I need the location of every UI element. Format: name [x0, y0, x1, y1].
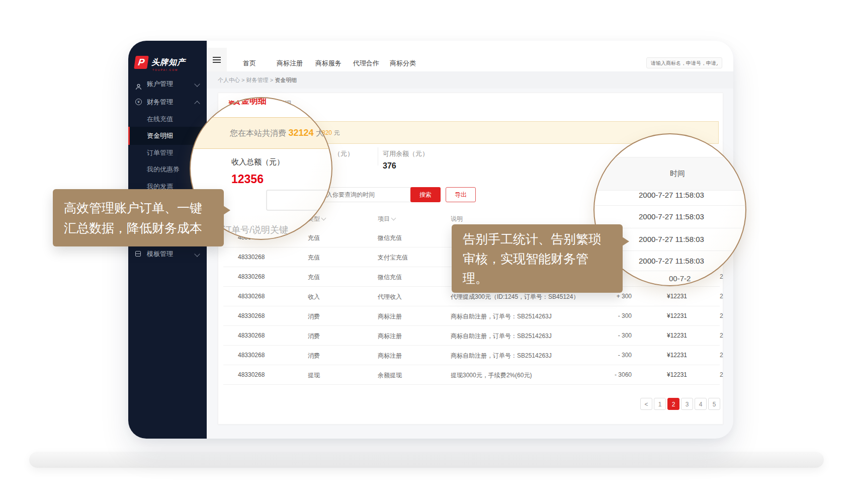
- sidebar-item-label: 在线充值: [147, 112, 173, 127]
- chevron-up-icon: [194, 101, 200, 106]
- sidebar-item-label: 模板管理: [147, 246, 173, 262]
- table-row: 48330268 消费 商标注册 商标自助注册，订单号：SB2514263J -…: [223, 325, 720, 346]
- pagination-page-1[interactable]: 1: [654, 398, 666, 410]
- breadcrumb: 个人中心 > 财务管理 > 资金明细: [218, 76, 297, 84]
- cell-project: 商标注册: [378, 332, 402, 341]
- lens-income-value: 12356: [231, 173, 264, 186]
- cell-project: 商标注册: [378, 352, 402, 360]
- cell-type: 充值: [308, 234, 320, 242]
- stat3-value: 376: [383, 161, 396, 171]
- chevron-down-icon: [194, 81, 200, 87]
- breadcrumb-finance[interactable]: 财务管理: [246, 77, 269, 83]
- column-header-project-label: 项目: [378, 215, 390, 222]
- cell-desc: 代理提成300元（ID:1245，订单号：SB45124）: [451, 293, 579, 301]
- hamburger-menu-button[interactable]: [207, 48, 227, 71]
- cell-type: 提现: [308, 371, 320, 380]
- callout-line: 告别手工统计、告别繁琐: [463, 229, 612, 249]
- callout-arrow-icon: [622, 237, 629, 246]
- cell-order: 48330268: [238, 273, 265, 280]
- column-header-desc-label: 说明: [451, 215, 463, 222]
- sort-chevron-icon: [321, 216, 326, 221]
- lens-time-header-band: 时间: [594, 157, 745, 191]
- pagination-page-4[interactable]: 4: [695, 398, 707, 410]
- trademark-search-input[interactable]: [646, 57, 722, 68]
- cell-type: 消费: [308, 352, 320, 360]
- cell-amount: - 300: [581, 312, 632, 319]
- sidebar-item-template[interactable]: 模板管理: [128, 246, 207, 262]
- logo-icon: P: [134, 56, 149, 69]
- cell-order: 48330268: [238, 352, 265, 359]
- export-button[interactable]: 导出: [446, 187, 476, 202]
- lens-time-fragment: 00-7-2: [669, 274, 691, 283]
- pagination-page-3[interactable]: 3: [681, 398, 693, 410]
- lens-time-row: 2000-7-27 11:58:03: [639, 235, 704, 243]
- nav-item-home[interactable]: 首页: [243, 59, 256, 68]
- chevron-down-icon: [194, 251, 200, 257]
- cell-time-cut: 2: [720, 273, 723, 280]
- sidebar-item-label: 我的优惠券: [147, 162, 180, 177]
- cell-type: 消费: [308, 312, 320, 321]
- cell-project: 商标注册: [378, 312, 402, 321]
- screenshot-stage: P 头牌知产 TOUPAI.COM 账户管理 ¥ 财务管理 在线充值: [0, 0, 853, 504]
- banner-tail-unit: 元: [333, 129, 339, 136]
- cell-amount: - 3060: [581, 371, 632, 378]
- sidebar-item-label: 财务管理: [147, 95, 173, 110]
- lens-banner-amount: 32124: [288, 128, 313, 138]
- cell-time-cut: 2: [720, 312, 723, 319]
- pagination-page-2-active[interactable]: 2: [667, 398, 679, 410]
- pagination-page-5[interactable]: 5: [708, 398, 720, 410]
- laptop-base: [29, 452, 824, 468]
- cell-order: 48330268: [238, 293, 265, 300]
- cell-project: 支付宝充值: [378, 254, 408, 262]
- cell-project: 微信充值: [378, 234, 402, 242]
- column-header-project[interactable]: 项目: [378, 215, 395, 223]
- lens-time-header: 时间: [670, 169, 685, 179]
- cell-amount: + 300: [581, 293, 632, 300]
- lens-time-row: 2000-7-27 11:58:03: [639, 257, 704, 265]
- cell-order: 48330268: [238, 371, 265, 378]
- sidebar-item-label: 订单管理: [147, 145, 173, 160]
- nav-item-agent[interactable]: 代理合作: [353, 59, 379, 68]
- finance-yuan-icon: ¥: [135, 99, 142, 105]
- logo-text: 头牌知产: [151, 57, 186, 68]
- logo-subtext: TOUPAI.COM: [152, 68, 178, 71]
- breadcrumb-personal-center[interactable]: 个人中心: [218, 77, 240, 83]
- sidebar-item-label: 账户管理: [147, 76, 173, 92]
- cell-desc: 商标自助注册，订单号：SB2514263J: [451, 332, 552, 341]
- nav-item-tm-service[interactable]: 商标服务: [315, 59, 342, 68]
- cell-desc: 商标自助注册，订单号：SB2514263J: [451, 312, 552, 321]
- cell-balance: ¥12231: [637, 312, 687, 319]
- cell-order: 48330268: [238, 254, 265, 261]
- pagination-prev[interactable]: <: [640, 398, 652, 410]
- nav-item-tm-category[interactable]: 商标分类: [390, 59, 416, 68]
- search-button[interactable]: 搜索: [410, 187, 441, 202]
- cell-type: 收入: [308, 293, 320, 301]
- cell-amount: - 300: [581, 332, 632, 339]
- lens-income-label: 收入总额（元）: [231, 157, 284, 167]
- callout-line: 理。: [463, 269, 612, 288]
- sidebar-item-label: 资金明细: [147, 128, 173, 143]
- cell-time-cut: 2: [720, 371, 723, 378]
- cell-order: 48330268: [238, 312, 265, 319]
- cell-desc: 提现3000元，手续费2%(60元): [451, 371, 532, 380]
- cell-project: 代理收入: [378, 293, 402, 301]
- lens-row-divider: [594, 205, 745, 206]
- lens-time-row: 2000-7-27 11:58:03: [639, 212, 704, 221]
- top-navbar: 首页 商标注册 商标服务 代理合作 商标分类: [207, 41, 733, 72]
- template-grid-icon: [135, 251, 141, 257]
- nav-item-tm-register[interactable]: 商标注册: [277, 59, 303, 68]
- user-icon: [135, 80, 141, 87]
- sidebar-item-online-recharge[interactable]: 在线充值: [128, 112, 207, 127]
- stat-divider: [378, 147, 378, 165]
- cell-balance: ¥12231: [637, 332, 687, 339]
- sort-chevron-icon: [391, 216, 396, 221]
- breadcrumb-separator: >: [270, 77, 273, 83]
- sidebar-item-finance[interactable]: ¥ 财务管理: [128, 95, 207, 110]
- breadcrumb-current: 资金明细: [275, 77, 297, 83]
- cell-balance: ¥12231: [637, 293, 687, 300]
- table-row: 48330268 提现 余额提现 提现3000元，手续费2%(60元) - 30…: [223, 365, 720, 385]
- column-header-desc: 说明: [451, 215, 463, 223]
- cell-type: 充值: [308, 273, 320, 282]
- cell-project: 微信充值: [378, 273, 402, 282]
- sidebar-item-account[interactable]: 账户管理: [128, 76, 207, 92]
